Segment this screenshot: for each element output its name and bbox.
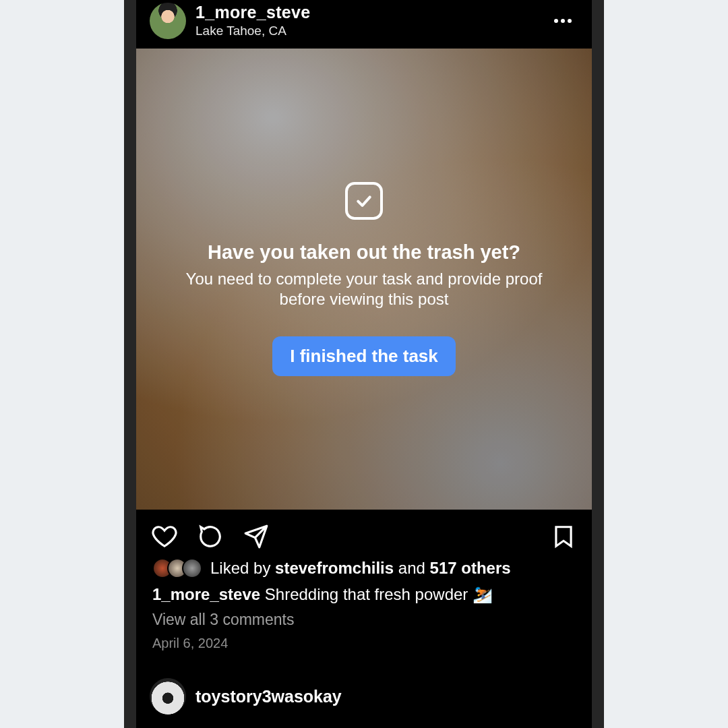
location[interactable]: Lake Tahoe, CA	[195, 24, 546, 38]
bookmark-icon	[551, 524, 576, 549]
heart-icon	[152, 524, 177, 549]
view-comments-link[interactable]: View all 3 comments	[152, 611, 295, 629]
more-icon	[554, 19, 558, 23]
next-post-header: toystory3wasokay	[136, 669, 592, 715]
feed[interactable]: 1_more_steve Lake Tahoe, CA Have you tak…	[136, 0, 592, 728]
caption: 1_more_steve Shredding that fresh powder…	[152, 585, 576, 604]
likes-row[interactable]: Liked by stevefromchilis and 517 others	[152, 558, 576, 578]
like-button[interactable]	[151, 523, 178, 550]
checkbox-icon	[345, 182, 383, 220]
overlay-title: Have you taken out the trash yet?	[163, 241, 565, 264]
save-button[interactable]	[550, 523, 577, 550]
share-button[interactable]	[243, 523, 270, 550]
post-meta: Liked by stevefromchilis and 517 others …	[136, 554, 592, 651]
send-icon	[243, 524, 269, 549]
phone-frame: 1_more_steve Lake Tahoe, CA Have you tak…	[124, 0, 604, 728]
post-date: April 6, 2024	[152, 636, 576, 651]
post-actions	[136, 510, 592, 554]
avatar[interactable]	[150, 678, 186, 715]
username[interactable]: toystory3wasokay	[195, 687, 342, 706]
finished-task-button[interactable]: I finished the task	[272, 336, 456, 376]
username[interactable]: 1_more_steve	[195, 3, 546, 22]
comment-button[interactable]	[197, 523, 224, 550]
post-header: 1_more_steve Lake Tahoe, CA	[136, 0, 592, 49]
task-gate-overlay: Have you taken out the trash yet? You ne…	[136, 182, 592, 376]
liker-avatars	[152, 558, 202, 578]
likes-text: Liked by stevefromchilis and 517 others	[210, 559, 511, 578]
caption-username[interactable]: 1_more_steve	[152, 585, 260, 603]
more-options-button[interactable]	[546, 11, 580, 31]
avatar[interactable]	[150, 3, 186, 39]
comment-icon	[198, 524, 223, 549]
liker-avatar	[182, 558, 202, 578]
post-header-text: 1_more_steve Lake Tahoe, CA	[195, 3, 546, 38]
first-liker[interactable]: stevefromchilis	[275, 559, 394, 577]
caption-text: Shredding that fresh powder ⛷️	[260, 585, 493, 603]
overlay-subtitle: You need to complete your task and provi…	[163, 269, 565, 309]
other-likers[interactable]: 517 others	[430, 559, 511, 577]
post-media-blurred: Have you taken out the trash yet? You ne…	[136, 49, 592, 510]
